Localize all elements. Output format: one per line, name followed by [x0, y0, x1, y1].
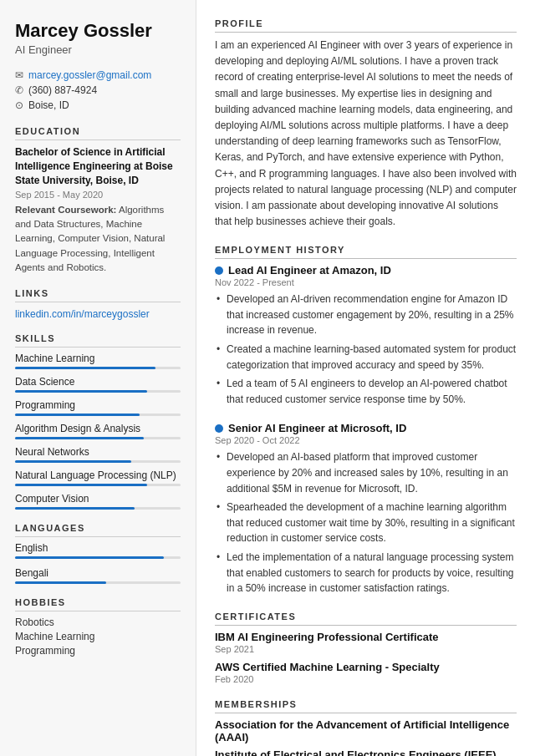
- profile-text: I am an experienced AI Engineer with ove…: [215, 38, 517, 230]
- cert-name: AWS Certified Machine Learning - Special…: [215, 661, 517, 673]
- email-item: ✉ marcey.gossler@gmail.com: [15, 69, 181, 81]
- memberships-heading: MEMBERSHIPS: [215, 699, 517, 713]
- language-bar-fill: [15, 556, 164, 559]
- profile-section: PROFILE I am an experienced AI Engineer …: [215, 18, 517, 230]
- job-bullet: Led the implementation of a natural lang…: [215, 550, 517, 596]
- cert-date: Sep 2021: [215, 644, 517, 654]
- certificates-container: IBM AI Engineering Professional Certific…: [215, 631, 517, 684]
- memberships-container: Association for the Advancement of Artif…: [215, 718, 517, 756]
- skill-bar-bg: [15, 437, 181, 439]
- hobbies-list: RoboticsMachine LearningProgramming: [15, 616, 181, 657]
- skill-label: Algorithm Design & Analysis: [15, 423, 181, 434]
- email-link[interactable]: marcey.gossler@gmail.com: [28, 69, 151, 81]
- links-section: linkedin.com/in/marceygossler: [15, 307, 181, 320]
- skill-bar-bg: [15, 460, 181, 463]
- skill-item: Machine Learning: [15, 353, 181, 369]
- languages-heading: LANGUAGES: [15, 523, 181, 537]
- education-heading: EDUCATION: [15, 126, 181, 140]
- links-heading: LINKS: [15, 288, 181, 302]
- edu-degree: Bachelor of Science in Artificial Intell…: [15, 145, 181, 187]
- job-dot: [215, 266, 223, 275]
- memberships-section: MEMBERSHIPS Association for the Advancem…: [215, 699, 517, 756]
- language-bar-bg: [15, 581, 181, 584]
- skill-bar-fill: [15, 507, 135, 510]
- language-label: English: [15, 542, 181, 554]
- skill-label: Natural Language Processing (NLP): [15, 469, 181, 481]
- language-label: Bengali: [15, 567, 181, 579]
- linkedin-link[interactable]: linkedin.com/in/marceygossler: [15, 308, 150, 320]
- location-icon: ⊙: [15, 99, 23, 111]
- contact-list: ✉ marcey.gossler@gmail.com ✆ (360) 887-4…: [15, 69, 181, 111]
- job-date: Sep 2020 - Oct 2022: [215, 435, 517, 445]
- skills-heading: SKILLS: [15, 333, 181, 348]
- membership-item: Institute of Electrical and Electronics …: [215, 748, 517, 756]
- language-bar-fill: [15, 581, 106, 584]
- skill-item: Data Science: [15, 376, 181, 393]
- skill-bar-fill: [15, 437, 144, 439]
- language-bar-bg: [15, 556, 181, 559]
- skill-bar-fill: [15, 414, 140, 416]
- job-bullets: Developed an AI-driven recommendation en…: [215, 292, 517, 407]
- job-bullet: Developed an AI-based platform that impr…: [215, 449, 517, 496]
- phone-item: ✆ (360) 887-4924: [15, 84, 181, 96]
- coursework-label: Relevant Coursework:: [15, 205, 116, 215]
- skill-label: Neural Networks: [15, 446, 181, 458]
- job-bullet: Led a team of 5 AI engineers to develop …: [215, 376, 517, 407]
- job-entry: Lead AI Engineer at Amazon, ID Nov 2022 …: [215, 264, 517, 407]
- skill-label: Computer Vision: [15, 493, 181, 505]
- skill-bar-fill: [15, 367, 155, 369]
- hobby-item: Robotics: [15, 616, 181, 628]
- job-bullet: Spearheaded the development of a machine…: [215, 500, 517, 546]
- certificates-heading: CERTIFICATES: [215, 611, 517, 626]
- skill-bar-bg: [15, 484, 181, 486]
- skill-bar-bg: [15, 507, 181, 510]
- certificate-item: AWS Certified Machine Learning - Special…: [215, 661, 517, 684]
- phone-text: (360) 887-4924: [28, 84, 97, 96]
- language-item: Bengali: [15, 567, 181, 584]
- edu-coursework: Relevant Coursework: Algorithms and Data…: [15, 203, 181, 275]
- employment-heading: EMPLOYMENT HISTORY: [215, 245, 517, 259]
- skill-bar-fill: [15, 390, 147, 393]
- languages-list: English Bengali: [15, 542, 181, 584]
- skill-item: Natural Language Processing (NLP): [15, 469, 181, 486]
- job-dot: [215, 424, 223, 433]
- job-title: Senior AI Engineer at Microsoft, ID: [215, 422, 517, 434]
- skill-bar-fill: [15, 460, 131, 463]
- skill-bar-bg: [15, 414, 181, 416]
- certificate-item: IBM AI Engineering Professional Certific…: [215, 631, 517, 654]
- skill-label: Data Science: [15, 376, 181, 388]
- cert-date: Feb 2020: [215, 674, 517, 684]
- skill-item: Neural Networks: [15, 446, 181, 463]
- cert-name: IBM AI Engineering Professional Certific…: [215, 631, 517, 643]
- membership-item: Association for the Advancement of Artif…: [215, 718, 517, 743]
- location-item: ⊙ Boise, ID: [15, 99, 181, 111]
- phone-icon: ✆: [15, 84, 23, 96]
- skills-list: Machine Learning Data Science Programmin…: [15, 353, 181, 510]
- hobby-item: Programming: [15, 645, 181, 657]
- job-entry: Senior AI Engineer at Microsoft, ID Sep …: [215, 422, 517, 596]
- profile-heading: PROFILE: [215, 18, 517, 33]
- job-bullets: Developed an AI-based platform that impr…: [215, 449, 517, 596]
- job-bullet: Developed an AI-driven recommendation en…: [215, 292, 517, 338]
- skill-bar-bg: [15, 390, 181, 393]
- certificates-section: CERTIFICATES IBM AI Engineering Professi…: [215, 611, 517, 684]
- edu-date: Sep 2015 - May 2020: [15, 190, 181, 200]
- language-item: English: [15, 542, 181, 559]
- skill-label: Machine Learning: [15, 353, 181, 364]
- sidebar: Marcey Gossler AI Engineer ✉ marcey.goss…: [0, 0, 196, 756]
- jobs-container: Lead AI Engineer at Amazon, ID Nov 2022 …: [215, 264, 517, 596]
- candidate-name: Marcey Gossler: [15, 20, 181, 42]
- candidate-title: AI Engineer: [15, 43, 181, 56]
- skill-item: Computer Vision: [15, 493, 181, 510]
- location-text: Boise, ID: [28, 99, 69, 111]
- skill-bar-bg: [15, 367, 181, 369]
- skill-label: Programming: [15, 399, 181, 411]
- job-bullet: Created a machine learning-based automat…: [215, 342, 517, 373]
- skill-item: Algorithm Design & Analysis: [15, 423, 181, 439]
- hobby-item: Machine Learning: [15, 631, 181, 642]
- main-content: PROFILE I am an experienced AI Engineer …: [196, 0, 535, 756]
- skill-item: Programming: [15, 399, 181, 416]
- employment-section: EMPLOYMENT HISTORY Lead AI Engineer at A…: [215, 245, 517, 596]
- job-date: Nov 2022 - Present: [215, 277, 517, 287]
- skill-bar-fill: [15, 484, 147, 486]
